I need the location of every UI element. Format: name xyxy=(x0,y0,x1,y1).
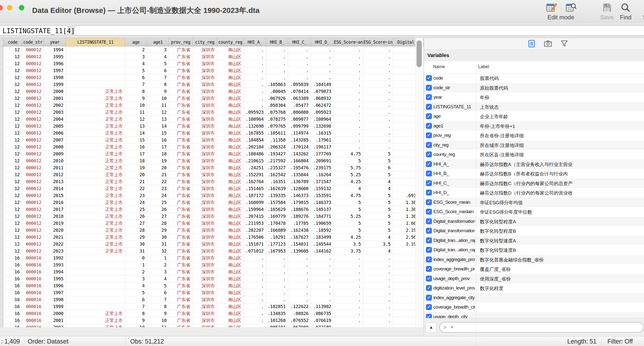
cell-HHI_B_[interactable]: . xyxy=(266,268,288,275)
cell-code[interactable]: 12 xyxy=(3,53,22,60)
cell-code_str[interactable]: 000016 xyxy=(22,317,44,324)
cell-code[interactable]: 12 xyxy=(3,60,22,67)
cell-code[interactable]: 16 xyxy=(3,275,22,282)
cell-age1[interactable]: 13 xyxy=(147,116,169,123)
cell-city_reg[interactable]: 深圳市 xyxy=(192,102,217,109)
cell-HHI_B_[interactable]: .193427 xyxy=(266,150,288,157)
cell-HHI_B_[interactable]: .167953 xyxy=(266,248,288,255)
cell-HHI_C_[interactable]: .095839 xyxy=(288,81,311,88)
cell-code[interactable]: 12 xyxy=(3,199,22,206)
row-gutter-cell[interactable] xyxy=(0,150,3,157)
cell-prov_reg[interactable]: 广东省 xyxy=(169,53,192,60)
cell-HHI_D_[interactable]: . xyxy=(311,275,334,282)
cell-age1[interactable]: 6 xyxy=(147,67,169,74)
cell-ESG_Score~an[interactable]: . xyxy=(334,324,363,327)
cell-code[interactable]: 16 xyxy=(3,317,22,324)
cell-ESG_Score~in[interactable]: . xyxy=(363,136,393,143)
cell-HHI_A_[interactable]: . xyxy=(244,275,266,282)
cell-year[interactable]: 2017 xyxy=(44,206,66,213)
cell-age[interactable]: 16 xyxy=(125,143,147,150)
cell-county_reg[interactable]: 南山区 xyxy=(217,268,244,275)
row-gutter-cell[interactable] xyxy=(0,317,3,324)
cell-year[interactable]: 1994 xyxy=(44,268,66,275)
cell-age[interactable]: 28 xyxy=(125,227,147,234)
cell-year[interactable]: 1997 xyxy=(44,67,66,74)
cell-ESG_Score~in[interactable]: . xyxy=(363,130,393,136)
cell-age[interactable]: 21 xyxy=(125,178,147,185)
cell-year[interactable]: 2014 xyxy=(44,185,66,192)
cell-HHI_C_[interactable]: . xyxy=(288,268,311,275)
cell-HHI_B_[interactable]: .162639 xyxy=(266,185,288,192)
minimize-button[interactable] xyxy=(7,5,12,11)
cell-code[interactable]: 12 xyxy=(3,95,22,102)
cell-age1[interactable]: 3 xyxy=(147,46,169,53)
variable-checkbox[interactable]: ✓ xyxy=(426,180,432,186)
cell-age1[interactable]: 19 xyxy=(147,157,169,164)
cell-ESG_Score~in[interactable]: . xyxy=(363,303,393,310)
cell-age[interactable]: 0 xyxy=(125,255,147,261)
cell-age1[interactable]: 16 xyxy=(147,136,169,143)
cell-HHI_C_[interactable]: .154031 xyxy=(288,241,311,248)
row-gutter-cell[interactable] xyxy=(0,171,3,178)
cell-HHI_D_[interactable]: . xyxy=(311,60,334,67)
cell-ESG_Score~in[interactable]: . xyxy=(363,60,393,67)
row-gutter-cell[interactable] xyxy=(0,88,3,95)
cell-county_reg[interactable]: 南山区 xyxy=(217,53,244,60)
row-gutter-cell[interactable] xyxy=(0,95,3,102)
cell-LISTINGSTATE_11[interactable]: 正常上市 xyxy=(66,136,125,143)
row-gutter-cell[interactable] xyxy=(0,102,3,109)
row-gutter-cell[interactable] xyxy=(0,206,3,213)
find-button[interactable]: Find xyxy=(616,2,635,21)
cell-HHI_D_[interactable]: .095923 xyxy=(311,109,334,116)
cell-age[interactable]: 3 xyxy=(125,275,147,282)
cell-ESG_Score~an[interactable]: . xyxy=(334,143,363,150)
cell-HHI_C_[interactable]: .076552 xyxy=(288,317,311,324)
cell-ESG_Score~in[interactable]: . xyxy=(363,324,393,327)
cell-prov_reg[interactable]: 广东省 xyxy=(169,261,192,268)
cell-code[interactable]: 12 xyxy=(3,109,22,116)
cell-ESG_Score~in[interactable]: . xyxy=(363,123,393,130)
cell-code_str[interactable]: 000012 xyxy=(22,116,44,123)
cell-ESG_Score~in[interactable]: 5 xyxy=(363,227,393,234)
cell-age[interactable]: 2 xyxy=(125,268,147,275)
cell-ESG_Score~an[interactable]: 4.75 xyxy=(334,192,363,199)
cell-prov_reg[interactable]: 广东省 xyxy=(169,289,192,296)
cell-HHI_D_[interactable]: . xyxy=(311,268,334,275)
cell-county_reg[interactable]: 南山区 xyxy=(217,143,244,150)
cell-HHI_B_[interactable]: .157584 xyxy=(266,199,288,206)
cell-code_str[interactable]: 000012 xyxy=(22,157,44,164)
cell-code_str[interactable]: 000016 xyxy=(22,324,44,327)
cell-code_str[interactable]: 000012 xyxy=(22,109,44,116)
cell-HHI_C_[interactable]: .162438 xyxy=(288,227,311,234)
variable-row-ESG_Score_medain[interactable]: ✓ESG_Score_medain华证ESG得分年度中位数 xyxy=(424,207,644,217)
cell-HHI_C_[interactable]: .195476 xyxy=(288,164,311,171)
cell-age1[interactable]: 23 xyxy=(147,185,169,192)
cell-prov_reg[interactable]: 广东省 xyxy=(169,109,192,116)
variable-checkbox[interactable]: ✓ xyxy=(426,151,432,157)
cell-prov_reg[interactable]: 广东省 xyxy=(169,206,192,213)
cell-LISTINGSTATE_11[interactable]: 正常上市 xyxy=(66,109,125,116)
cell-age1[interactable]: 12 xyxy=(147,109,169,116)
cell-county_reg[interactable]: 南山区 xyxy=(217,185,244,192)
cell-HHI_D_[interactable]: .108964 xyxy=(311,116,334,123)
cell-year[interactable]: 1996 xyxy=(44,60,66,67)
cell-prov_reg[interactable]: 广东省 xyxy=(169,255,192,261)
cell-code_str[interactable]: 000012 xyxy=(22,227,44,234)
variable-row-Digital_tran...ation_rapidB[interactable]: ✓Digital_tran...ation_rapidB数字化转型速度B xyxy=(424,245,644,255)
cell-age[interactable]: 18 xyxy=(125,157,147,164)
cell-year[interactable]: 1999 xyxy=(44,81,66,88)
row-gutter-cell[interactable] xyxy=(0,296,3,303)
cell-HHI_D_[interactable]: .196117 xyxy=(311,143,334,150)
cell-HHI_B_[interactable]: .165629 xyxy=(266,206,288,213)
cell-ESG_Score~in[interactable]: . xyxy=(363,102,393,109)
cell-HHI_D_[interactable]: .104149 xyxy=(311,81,334,88)
cell-code_str[interactable]: 000012 xyxy=(22,241,44,248)
cell-prov_reg[interactable]: 广东省 xyxy=(169,157,192,164)
cell-code_str[interactable]: 000012 xyxy=(22,178,44,185)
zoom-button[interactable] xyxy=(19,5,24,11)
cell-year[interactable]: 2013 xyxy=(44,178,66,185)
cell-ESG_Score~in[interactable]: . xyxy=(363,109,393,116)
cell-HHI_B_[interactable]: .18291 xyxy=(266,234,288,241)
cell-code_str[interactable]: 000012 xyxy=(22,199,44,206)
properties-toggle-button[interactable]: ▲ xyxy=(426,322,436,333)
